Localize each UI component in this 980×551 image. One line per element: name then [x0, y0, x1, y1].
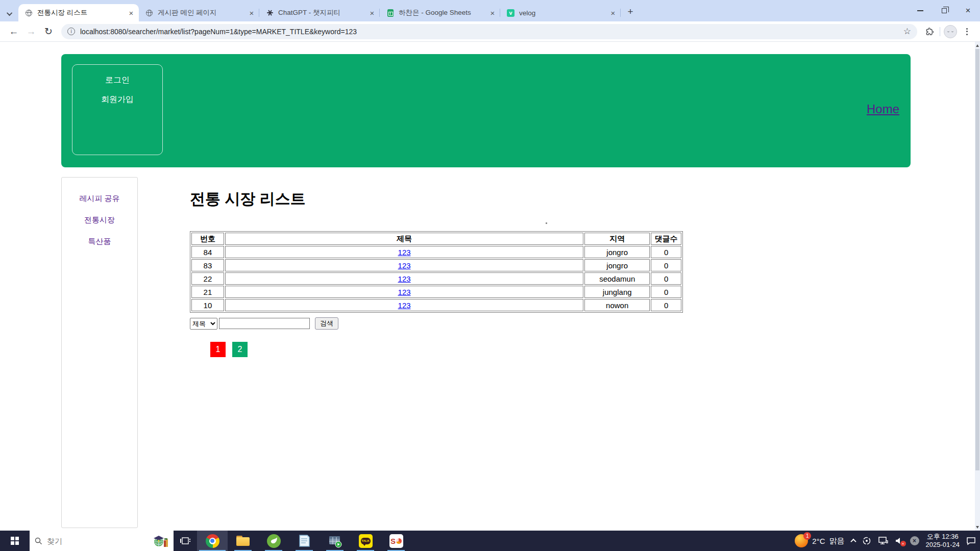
tray-camera-button[interactable]	[862, 536, 871, 545]
network-icon	[878, 536, 888, 545]
cell-region: seodamun	[584, 272, 650, 285]
scrollbar-thumb[interactable]	[975, 49, 979, 470]
extensions-button[interactable]	[921, 23, 938, 40]
post-title-link[interactable]: 123	[398, 274, 411, 283]
login-link[interactable]: 로그인	[105, 75, 130, 86]
chrome-menu-button[interactable]	[959, 23, 975, 40]
task-view-button[interactable]	[174, 531, 197, 551]
browser-tab[interactable]: velog ×	[500, 4, 621, 21]
tab-close-icon[interactable]: ×	[127, 8, 136, 17]
tray-app-button[interactable]: ×	[910, 536, 919, 545]
tab-close-icon[interactable]: ×	[247, 8, 256, 17]
taskbar-app-database-tool[interactable]	[320, 531, 350, 551]
bookmark-star-icon[interactable]: ☆	[903, 26, 911, 37]
sidebar-link[interactable]: 레시피 공유	[79, 194, 119, 204]
tray-expand-button[interactable]	[851, 539, 855, 543]
close-button[interactable]: ×	[956, 0, 980, 21]
page-number-button[interactable]: 1	[210, 342, 226, 357]
minimize-button[interactable]	[908, 0, 932, 21]
restore-icon	[942, 8, 947, 13]
tab-title: 하찬은 - Google Sheets	[399, 8, 486, 17]
home-link[interactable]: Home	[867, 102, 899, 116]
taskbar-app-s-tool[interactable]: S	[381, 531, 411, 551]
cell-no: 22	[191, 272, 224, 285]
notepad-icon	[298, 534, 310, 547]
table-row: 21 123 junglang 0	[191, 286, 681, 298]
cell-title: 123	[225, 286, 583, 298]
taskbar-app-notepad[interactable]	[289, 531, 320, 551]
scroll-up-button[interactable]	[975, 42, 980, 49]
browser-toolbar: ← → ↻ localhost:8080/searcher/market/lis…	[0, 21, 980, 42]
weather-widget[interactable]: 1 2°C 맑음	[795, 534, 844, 547]
kakaotalk-icon: TALK	[359, 534, 373, 548]
forward-button[interactable]: →	[22, 23, 40, 40]
browser-tab[interactable]: 게시판 메인 페이지 ×	[139, 4, 259, 21]
search-button[interactable]: 검색	[315, 317, 338, 330]
reload-button[interactable]: ↻	[40, 23, 57, 40]
post-title-link[interactable]: 123	[398, 261, 411, 270]
vertical-scrollbar[interactable]	[975, 42, 980, 531]
tab-title: 전통시장 리스트	[37, 8, 125, 17]
action-center-button[interactable]	[966, 537, 976, 545]
sidebar-item: 전통시장	[62, 209, 137, 231]
tab-close-icon[interactable]: ×	[368, 8, 377, 17]
site-info-icon[interactable]	[67, 28, 75, 35]
search-form: 제목 검색	[190, 317, 690, 330]
taskbar-clock[interactable]: 오후 12:36 2025-01-24	[926, 533, 960, 549]
tab-close-icon[interactable]: ×	[608, 8, 618, 17]
post-title-link[interactable]: 123	[398, 288, 411, 296]
browser-tab[interactable]: 전통시장 리스트 ×	[18, 4, 139, 21]
taskbar-search-box[interactable]	[30, 531, 174, 551]
restore-button[interactable]	[932, 0, 956, 21]
cell-region: jongro	[584, 259, 650, 271]
keyword-input[interactable]	[219, 318, 310, 329]
sidebar-link[interactable]: 특산품	[88, 237, 111, 246]
signup-link[interactable]: 회원가입	[101, 94, 134, 105]
volume-muted-badge: ×	[900, 541, 906, 546]
tab-favicon	[24, 9, 33, 17]
start-button[interactable]	[0, 531, 30, 551]
windows-taskbar: TALK S 1 2°C 맑음 × × 오후 12:36	[0, 531, 980, 551]
address-bar[interactable]: localhost:8080/searcher/market/list?page…	[61, 24, 917, 39]
page-number-button[interactable]: 2	[232, 342, 248, 357]
action-center-icon	[966, 537, 976, 545]
auth-box: 로그인 회원가입	[72, 64, 163, 155]
scroll-down-button[interactable]	[975, 523, 980, 531]
scroll-down-icon	[976, 526, 979, 529]
taskbar-app-spring[interactable]	[258, 531, 289, 551]
profile-button[interactable]	[942, 23, 959, 40]
desktop-screen: 전통시장 리스트 × 게시판 메인 페이지 × ChatGP	[0, 0, 980, 551]
taskbar-app-kakaotalk[interactable]: TALK	[350, 531, 381, 551]
new-tab-button[interactable]: +	[623, 4, 638, 19]
notification-badge: 1	[803, 532, 811, 540]
taskbar-search-input[interactable]	[47, 537, 148, 545]
table-row: 83 123 jongro 0	[191, 259, 681, 271]
cell-region: nowon	[584, 299, 650, 311]
sidebar-link[interactable]: 전통시장	[84, 215, 115, 225]
tray-network-button[interactable]	[878, 536, 888, 545]
browser-tab[interactable]: ChatGPT - 챗지피티 ×	[259, 4, 380, 21]
camera-icon	[862, 536, 871, 545]
post-title-link[interactable]: 123	[398, 301, 411, 310]
weather-sun-icon: 1	[795, 534, 808, 547]
post-title-link[interactable]: 123	[398, 248, 411, 257]
search-category-select[interactable]: 제목	[190, 318, 217, 330]
tray-volume-button[interactable]: ×	[895, 537, 903, 545]
tab-close-icon[interactable]: ×	[488, 8, 497, 17]
avatar	[944, 25, 957, 38]
taskbar-app-chrome[interactable]	[197, 531, 228, 551]
windows-logo-icon	[11, 537, 19, 545]
tab-search-button[interactable]	[3, 6, 17, 21]
search-icon	[35, 537, 42, 545]
url-text[interactable]: localhost:8080/searcher/market/list?page…	[80, 28, 903, 36]
browser-tab[interactable]: 하찬은 - Google Sheets ×	[380, 4, 500, 21]
chevron-up-icon	[850, 539, 856, 544]
database-tool-icon	[328, 534, 342, 548]
cell-comments: 0	[651, 299, 681, 311]
minimize-icon	[917, 10, 923, 11]
site-sidebar: 레시피 공유전통시장특산품	[61, 177, 138, 528]
back-button[interactable]: ←	[5, 23, 22, 40]
s-app-icon: S	[389, 534, 403, 548]
weather-temp: 2°C	[812, 537, 825, 545]
taskbar-app-file-explorer[interactable]	[228, 531, 258, 551]
